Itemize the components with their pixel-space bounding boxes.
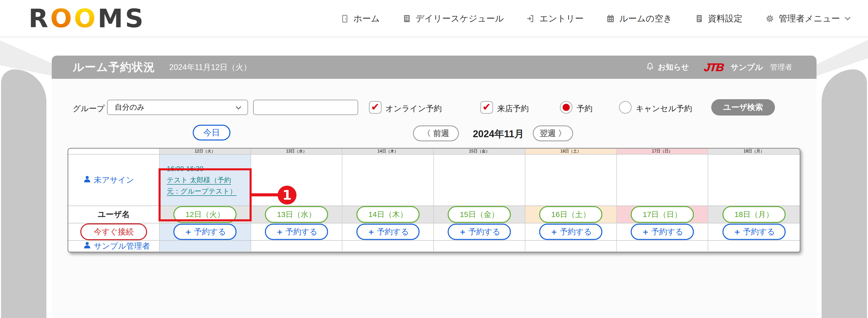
day-pill-thu[interactable]: 14日（木） xyxy=(356,206,420,223)
store-visit-label: 来店予約 xyxy=(497,103,529,114)
calendar-icon xyxy=(606,14,615,23)
rooms-logo[interactable]: ROOMS xyxy=(29,4,146,33)
empty-cell xyxy=(617,154,708,206)
reserve-cell: ＋予約する xyxy=(617,223,708,241)
reserve-label: 予約する xyxy=(285,227,317,237)
reserve-cell: ＋予約する xyxy=(251,223,343,241)
reserve-label: 予約する xyxy=(194,227,226,237)
day-pill-cell: 17日（日） xyxy=(617,206,708,223)
cancelled-radio-label: キャンセル予約 xyxy=(636,103,692,114)
empty-cell xyxy=(160,241,251,252)
empty-cell xyxy=(617,241,708,252)
day-pill-wed[interactable]: 13日（水） xyxy=(265,206,328,223)
unassigned-label: 未アサイン xyxy=(94,175,134,185)
next-week-button[interactable]: 翌週 〉 xyxy=(533,125,573,141)
reserve-label: 予約する xyxy=(651,227,683,237)
nav-item-document-settings[interactable]: 資料設定 xyxy=(695,13,743,25)
user-search-button[interactable]: ユーザ検索 xyxy=(711,99,775,116)
day-pill-cell: 18日（月） xyxy=(708,206,800,223)
connect-now-button[interactable]: 今すぐ接続 xyxy=(80,223,147,240)
prev-week-button[interactable]: 〈 前週 xyxy=(413,125,459,141)
day-header-tue: 12日（火） xyxy=(160,149,251,154)
today-button[interactable]: 今日 xyxy=(193,125,230,141)
nav-item-admin-menu[interactable]: 管理者メニュー xyxy=(765,13,850,25)
nav-item-label: 資料設定 xyxy=(708,13,743,25)
day-pill-fri[interactable]: 15日（金） xyxy=(447,206,511,223)
reserve-label: 予約する xyxy=(468,227,500,237)
reserve-label: 予約する xyxy=(377,227,409,237)
empty-cell xyxy=(342,154,434,206)
next-week-label: 翌週 xyxy=(540,128,556,139)
reserve-button-mon[interactable]: ＋予約する xyxy=(722,224,786,240)
nav-item-room-availability[interactable]: ルームの空き xyxy=(606,13,672,25)
reserve-button-sat[interactable]: ＋予約する xyxy=(539,224,602,240)
day-pill-cell: 15日（金） xyxy=(434,206,525,223)
logo-letter-r: R xyxy=(29,4,50,33)
day-header-wed: 13日（水） xyxy=(251,149,343,154)
cancelled-radio[interactable] xyxy=(619,101,632,114)
reserve-cell: ＋予約する xyxy=(160,223,251,241)
nav-item-label: ホーム xyxy=(353,13,380,25)
entry-arrow-icon xyxy=(526,14,535,23)
notice-label: お知らせ xyxy=(658,62,689,73)
nav-item-daily-schedule[interactable]: デイリースケジュール xyxy=(402,13,504,25)
day-pill-cell: 16日（土） xyxy=(525,206,617,223)
row-label-username: ユーザ名 xyxy=(68,206,160,223)
keyword-input[interactable] xyxy=(253,100,358,115)
empty-cell xyxy=(434,154,525,206)
reserve-cell: ＋予約する xyxy=(434,223,525,241)
empty-cell xyxy=(251,154,343,206)
plus-icon: ＋ xyxy=(276,226,284,238)
reserve-button-tue[interactable]: ＋予約する xyxy=(173,224,237,240)
reserved-radio[interactable] xyxy=(560,101,572,114)
group-label: グループ xyxy=(73,103,105,114)
day-pill-mon[interactable]: 18日（月） xyxy=(722,206,786,223)
page-date: 2024年11月12日（火） xyxy=(169,62,251,73)
user-role: 管理者 xyxy=(770,62,792,73)
reserve-button-wed[interactable]: ＋予約する xyxy=(265,224,328,240)
reserve-cell: ＋予約する xyxy=(708,223,800,241)
decor-blob-left xyxy=(1,69,46,318)
row-connect: 今すぐ接続 xyxy=(68,223,160,241)
plus-icon: ＋ xyxy=(550,226,558,238)
reserve-cell: ＋予約する xyxy=(342,223,434,241)
day-header-sat: 16日（土） xyxy=(525,149,617,154)
admin-user-link[interactable]: サンプル管理者 xyxy=(83,241,150,252)
notice-button[interactable]: お知らせ xyxy=(646,62,689,73)
reserve-cell: ＋予約する xyxy=(525,223,617,241)
day-pill-sun[interactable]: 17日（日） xyxy=(631,206,694,223)
nav-item-entry[interactable]: エントリー xyxy=(526,13,584,25)
page-title: ルーム予約状況 xyxy=(73,60,155,75)
reserved-radio-label: 予約 xyxy=(577,103,592,114)
page-header-right: お知らせ JTB サンプル 管理者 xyxy=(646,61,792,74)
reserve-button-thu[interactable]: ＋予約する xyxy=(356,224,420,240)
plus-icon: ＋ xyxy=(641,226,650,238)
gear-icon xyxy=(765,14,775,24)
username-label: ユーザ名 xyxy=(98,209,129,220)
day-header-mon: 18日（月） xyxy=(708,149,800,154)
empty-cell xyxy=(525,241,617,252)
person-icon xyxy=(83,175,91,185)
user-name: サンプル xyxy=(731,62,763,73)
check-icon: ✔ xyxy=(482,102,491,112)
logo-letters-ms: MS xyxy=(98,4,146,33)
row-label-unassigned: 未アサイン xyxy=(68,154,160,206)
group-select-value: 自分のみ xyxy=(115,102,145,112)
empty-cell xyxy=(251,241,343,252)
group-select[interactable]: 自分のみ xyxy=(107,100,248,115)
day-pill-sat[interactable]: 16日（土） xyxy=(539,206,602,223)
reserve-button-fri[interactable]: ＋予約する xyxy=(447,224,511,240)
door-icon xyxy=(340,14,349,23)
list-icon xyxy=(402,14,411,23)
store-visit-checkbox[interactable]: ✔ xyxy=(480,101,493,114)
annotation-connector-line xyxy=(251,193,279,196)
page-header-bar: ルーム予約状況 2024年11月12日（火） お知らせ JTB サンプル 管理者 xyxy=(52,56,816,79)
corner-header-cell xyxy=(68,149,160,154)
empty-cell xyxy=(342,241,434,252)
plus-icon: ＋ xyxy=(733,226,741,238)
online-reservation-checkbox[interactable]: ✔ xyxy=(369,101,382,114)
plus-icon: ＋ xyxy=(184,226,192,238)
reserve-button-sun[interactable]: ＋予約する xyxy=(631,224,694,240)
nav-item-home[interactable]: ホーム xyxy=(340,13,380,25)
unassigned-link[interactable]: 未アサイン xyxy=(83,175,134,185)
